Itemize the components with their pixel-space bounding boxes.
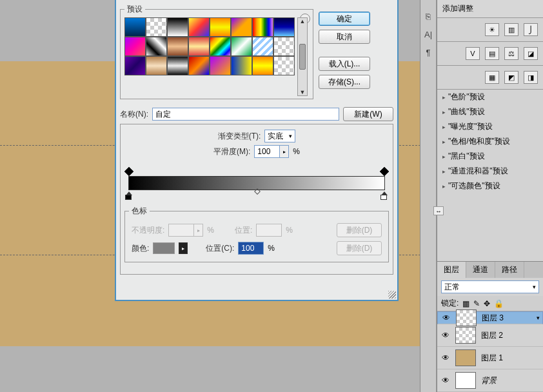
text-icon[interactable]: A| <box>422 28 434 40</box>
opacity-stop[interactable] <box>124 167 133 176</box>
preset-swatch[interactable] <box>146 56 167 75</box>
preset-swatch[interactable] <box>273 56 295 75</box>
preset-swatch[interactable] <box>210 56 231 75</box>
opacity-stop[interactable] <box>380 167 389 176</box>
layer-row[interactable]: 👁背景 <box>437 369 543 392</box>
presets-fieldset: 预设 ▸ ▲ ▼ <box>120 4 313 99</box>
preset-swatch[interactable] <box>124 37 146 56</box>
panel-corner-icon[interactable]: ↔ <box>433 206 444 215</box>
adjustment-icons-row3: ▦ ◩ ◨ <box>437 66 543 90</box>
tab[interactable]: 通道 <box>466 262 495 278</box>
bw-icon[interactable]: ◪ <box>524 47 538 60</box>
opacity-input <box>168 224 194 237</box>
load-button[interactable]: 载入(L)... <box>319 57 370 71</box>
color-stop[interactable] <box>380 191 388 199</box>
gradient-ramp[interactable] <box>128 176 385 190</box>
preset-item[interactable]: "曲线"预设 <box>437 104 543 119</box>
preset-swatch[interactable] <box>124 56 146 75</box>
preset-item[interactable]: "色阶"预设 <box>437 90 543 104</box>
preset-swatch[interactable] <box>252 17 273 37</box>
scrollbar[interactable]: ▲ ▼ <box>297 17 308 96</box>
chevron-right-icon[interactable]: ▸ <box>280 145 289 158</box>
v-icon[interactable]: V <box>466 47 480 60</box>
adjustments-label: 添加调整 <box>442 3 473 14</box>
scroll-up-icon[interactable]: ▲ <box>300 18 306 24</box>
location-input[interactable] <box>238 242 264 255</box>
preset-swatch[interactable] <box>188 17 210 37</box>
preset-swatch[interactable] <box>231 37 252 56</box>
gradient-type-select[interactable]: 实底 <box>264 130 295 142</box>
layer-row[interactable]: 👁图层 1 <box>437 347 543 369</box>
posterize-icon[interactable]: ▦ <box>485 71 499 84</box>
lock-move-icon[interactable]: ✥ <box>484 299 490 308</box>
color-label: 颜色: <box>132 243 149 254</box>
visibility-icon[interactable]: 👁 <box>441 353 450 362</box>
preset-swatch[interactable] <box>167 56 188 75</box>
name-label: 名称(N): <box>120 109 148 120</box>
blend-mode-select[interactable]: 正常 <box>441 280 539 293</box>
save-button[interactable]: 存储(S)... <box>319 75 370 89</box>
smoothness-input[interactable] <box>254 145 280 158</box>
layer-row[interactable]: 👁图层 3 <box>437 311 543 324</box>
layer-row[interactable]: 👁图层 2 <box>437 324 543 347</box>
preset-swatch[interactable] <box>252 37 273 56</box>
layers-panel: 图层通道路径 正常 锁定: ▦ ✎ ✥ 🔒 👁图层 3👁图层 2👁图层 1👁背景 <box>437 261 543 392</box>
preset-swatch[interactable] <box>273 17 295 37</box>
preset-swatch[interactable] <box>273 37 295 56</box>
preset-swatch[interactable] <box>124 17 146 37</box>
new-button[interactable]: 新建(W) <box>343 107 393 121</box>
panel-icon[interactable]: ⎘ <box>422 10 434 22</box>
gradient-icon[interactable]: ▤ <box>485 47 499 60</box>
percent-label: % <box>268 244 275 253</box>
lock-transparency-icon[interactable]: ▦ <box>462 299 469 308</box>
paragraph-icon[interactable]: ¶ <box>422 46 434 58</box>
preset-swatch[interactable] <box>231 56 252 75</box>
name-input[interactable] <box>152 108 339 121</box>
preset-swatch[interactable] <box>188 56 210 75</box>
selective-icon[interactable]: ◨ <box>524 71 538 84</box>
preset-swatch[interactable] <box>252 56 273 75</box>
preset-swatch[interactable] <box>210 17 231 37</box>
preset-item[interactable]: "黑白"预设 <box>437 149 543 164</box>
ok-button[interactable]: 确定 <box>319 12 370 26</box>
levels-icon[interactable]: ▥ <box>504 23 518 36</box>
preset-swatch[interactable] <box>210 37 231 56</box>
preset-swatch[interactable] <box>231 17 252 37</box>
chevron-right-icon[interactable]: ▸ <box>179 242 188 254</box>
preset-item[interactable]: "通道混和器"预设 <box>437 164 543 179</box>
curves-icon[interactable]: ⎭ <box>524 23 538 36</box>
preset-swatch[interactable] <box>188 37 210 56</box>
scroll-down-icon[interactable]: ▼ <box>300 89 306 95</box>
lock-brush-icon[interactable]: ✎ <box>473 299 480 308</box>
adjustments-header: 添加调整 <box>437 0 543 18</box>
balance-icon[interactable]: ⚖ <box>504 47 518 60</box>
color-stop[interactable] <box>125 191 133 199</box>
location-label: 位置(C): <box>206 243 234 254</box>
preset-item[interactable]: "色相/饱和度"预设 <box>437 134 543 149</box>
visibility-icon[interactable]: 👁 <box>442 313 451 322</box>
threshold-icon[interactable]: ◩ <box>504 71 518 84</box>
panels-sidebar: 添加调整 ☀ ▥ ⎭ V ▤ ⚖ ◪ ▦ ◩ ◨ "色阶"预设"曲线"预设"曝光… <box>437 0 543 392</box>
preset-swatch[interactable] <box>146 17 167 37</box>
brightness-icon[interactable]: ☀ <box>485 23 499 36</box>
preset-swatch[interactable] <box>146 37 167 56</box>
visibility-icon[interactable]: 👁 <box>441 331 450 340</box>
smoothness-label: 平滑度(M): <box>213 146 250 157</box>
tab[interactable]: 图层 <box>437 262 466 278</box>
preset-item[interactable]: "曝光度"预设 <box>437 119 543 134</box>
tool-strip: ⎘ A| ¶ <box>420 0 437 392</box>
cancel-button[interactable]: 取消 <box>319 30 370 44</box>
preset-item[interactable]: "可选颜色"预设 <box>437 179 543 193</box>
color-swatch[interactable] <box>153 242 175 254</box>
lock-label: 锁定: <box>441 298 459 309</box>
stops-legend: 色标 <box>129 206 150 217</box>
preset-swatch[interactable] <box>167 37 188 56</box>
visibility-icon[interactable]: 👁 <box>441 376 450 385</box>
layer-thumb <box>455 372 476 389</box>
resize-grip-icon[interactable] <box>388 291 396 299</box>
preset-swatch[interactable] <box>167 17 188 37</box>
lock-all-icon[interactable]: 🔒 <box>494 299 504 308</box>
scroll-thumb[interactable] <box>299 44 306 70</box>
tab[interactable]: 路径 <box>495 262 524 278</box>
delete-button: 删除(D) <box>337 241 382 255</box>
